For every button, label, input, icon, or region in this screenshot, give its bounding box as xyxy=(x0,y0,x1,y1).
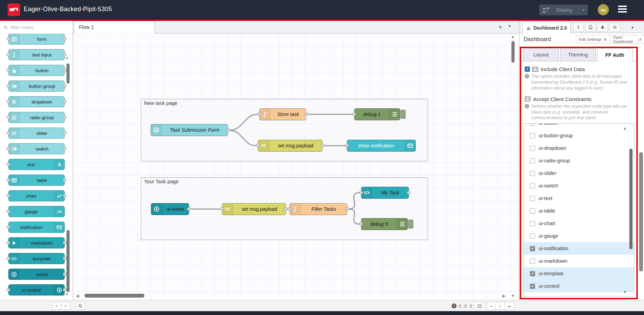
input-port[interactable] xyxy=(352,113,356,116)
flow-node-my-task[interactable]: My Task xyxy=(361,187,409,199)
add-flow-button[interactable]: + xyxy=(495,22,505,32)
zoom-reset-button[interactable]: ○ xyxy=(496,302,505,310)
palette-node-text-input[interactable]: text input xyxy=(8,49,65,60)
node-type-checkbox[interactable] xyxy=(530,133,535,138)
flow-list-caret-icon[interactable]: ▾ xyxy=(509,24,511,29)
flow-node-ui-event[interactable]: ui-event xyxy=(151,203,189,215)
node-type-list[interactable]: ui-buttonui-button-groupui-dropdownui-ra… xyxy=(523,123,634,297)
node-type-row-ui-dropdown[interactable]: ui-dropdown xyxy=(524,142,634,154)
error-icon[interactable]: ! xyxy=(452,304,456,308)
output-port[interactable] xyxy=(63,84,66,87)
config-tab-button[interactable] xyxy=(610,23,620,32)
node-type-checkbox[interactable] xyxy=(530,123,535,126)
palette-node-event[interactable]: event xyxy=(8,269,65,280)
flow-node-debug-1[interactable]: debug 1 xyxy=(354,108,400,120)
node-type-checkbox[interactable] xyxy=(530,171,535,176)
palette-scrollbar-thumb[interactable] xyxy=(66,230,70,292)
palette-node-chart[interactable]: chart xyxy=(8,190,65,201)
wire[interactable] xyxy=(349,193,360,209)
main-menu-icon[interactable] xyxy=(618,6,627,14)
list-scroll-down-icon[interactable]: ▼ xyxy=(623,290,627,294)
list-scrollbar-thumb[interactable] xyxy=(629,149,633,249)
palette-filter-input[interactable] xyxy=(10,24,64,30)
flow-node-task-submission-form[interactable]: Task Submission Form xyxy=(151,124,228,136)
input-port[interactable] xyxy=(7,225,10,229)
node-type-checkbox[interactable] xyxy=(530,146,535,151)
info-tab-button[interactable]: i xyxy=(573,23,583,32)
debug-toggle-button[interactable] xyxy=(400,110,406,119)
canvas-scroll-right-icon[interactable]: ▶ xyxy=(502,293,506,298)
sidebar-tab-dashboard[interactable]: Dashboard 2.0 xyxy=(522,22,571,33)
open-dashboard-button[interactable]: Open Dashboard xyxy=(610,35,644,44)
deploy-caret-icon[interactable]: ▾ xyxy=(579,8,588,12)
palette-node-switch[interactable]: switch xyxy=(8,143,65,154)
palette-scrollbar-thumb-top[interactable] xyxy=(66,63,70,84)
input-port[interactable] xyxy=(359,191,363,194)
node-type-row-ui-template[interactable]: ✓ui-template xyxy=(524,267,634,280)
node-type-checkbox[interactable] xyxy=(530,158,535,163)
node-type-row-ui-control[interactable]: ✓ui-control xyxy=(524,280,634,292)
node-type-row-ui-notification[interactable]: ✓ui-notification xyxy=(524,242,634,255)
flow-node-store-task[interactable]: fStore task xyxy=(259,108,306,120)
output-port[interactable] xyxy=(187,207,191,210)
node-type-row-ui-gauge[interactable]: ui-gauge xyxy=(524,230,634,242)
warning-icon[interactable]: ⚠ xyxy=(463,303,468,309)
palette-node-slider[interactable]: slider xyxy=(8,128,65,139)
canvas-scroll-up-icon[interactable]: ▲ xyxy=(511,34,515,39)
input-port[interactable] xyxy=(345,144,349,147)
palette-node-ui-control[interactable]: ui control xyxy=(8,284,65,295)
node-type-checkbox[interactable]: ✓ xyxy=(530,284,535,289)
node-type-checkbox[interactable] xyxy=(530,183,535,189)
navigator-button[interactable] xyxy=(474,302,485,310)
node-type-checkbox[interactable] xyxy=(530,221,535,226)
palette-node-radio-group[interactable]: radio group xyxy=(8,112,65,123)
node-type-row-ui-chart[interactable]: ui-chart xyxy=(524,217,634,230)
input-port[interactable] xyxy=(7,37,10,40)
output-port[interactable] xyxy=(63,178,66,182)
panel-tab-layout[interactable]: Layout xyxy=(523,48,559,61)
output-port[interactable] xyxy=(63,100,66,103)
node-type-checkbox[interactable] xyxy=(530,233,535,239)
output-port[interactable] xyxy=(63,116,66,119)
zoom-out-button[interactable]: − xyxy=(487,302,496,310)
input-port[interactable] xyxy=(256,144,260,147)
palette-node-form[interactable]: form xyxy=(8,33,65,45)
palette-search[interactable] xyxy=(0,21,73,34)
node-type-checkbox[interactable] xyxy=(530,208,535,214)
input-port[interactable] xyxy=(288,207,291,210)
input-port[interactable] xyxy=(7,288,10,291)
canvas-hscrollbar-thumb[interactable] xyxy=(85,294,144,298)
node-type-checkbox[interactable] xyxy=(530,196,535,201)
input-port[interactable] xyxy=(7,116,10,119)
palette-node-dropdown[interactable]: dropdown xyxy=(8,96,65,107)
node-type-row-ui-button-group[interactable]: ui-button-group xyxy=(524,129,634,142)
list-scroll-up-icon[interactable]: ▲ xyxy=(623,126,627,131)
input-port[interactable] xyxy=(7,178,10,182)
wire[interactable] xyxy=(349,209,360,224)
wire[interactable] xyxy=(229,130,256,146)
canvas-vscrollbar-thumb[interactable] xyxy=(511,41,515,63)
output-port[interactable] xyxy=(284,207,288,210)
output-port[interactable] xyxy=(63,37,66,40)
palette-node-table[interactable]: table xyxy=(8,175,65,186)
palette-scroll-up-icon[interactable]: ▲ xyxy=(65,56,69,60)
node-type-checkbox[interactable]: ✓ xyxy=(530,246,535,251)
palette-node-template[interactable]: template xyxy=(8,253,65,264)
palette-node-markdown[interactable]: markdown xyxy=(8,237,65,248)
output-port[interactable] xyxy=(63,147,66,150)
zoom-in-button[interactable]: + xyxy=(505,302,514,310)
flow-node-filter-tasks[interactable]: fFilter Tasks xyxy=(289,203,347,215)
sidebar-scrollbar-thumb[interactable] xyxy=(639,152,643,271)
palette-collapse-down-button[interactable]: » xyxy=(61,302,70,310)
input-port[interactable] xyxy=(7,131,10,135)
input-port[interactable] xyxy=(7,163,10,166)
node-type-row-ui-radio-group[interactable]: ui-radio-group xyxy=(524,154,634,167)
flow-node-debug-5[interactable]: debug 5 xyxy=(361,218,408,230)
flow-tab[interactable]: Flow 1 xyxy=(74,21,155,33)
input-port[interactable] xyxy=(7,53,10,56)
flow-node-set-msg-payload[interactable]: set msg.payload xyxy=(258,140,323,152)
input-port[interactable] xyxy=(359,222,363,225)
node-type-row-ui-markdown[interactable]: ui-markdown xyxy=(524,255,634,267)
deploy-button[interactable]: Deploy ▾ xyxy=(539,5,588,15)
palette-node-notification[interactable]: notification xyxy=(8,222,65,233)
